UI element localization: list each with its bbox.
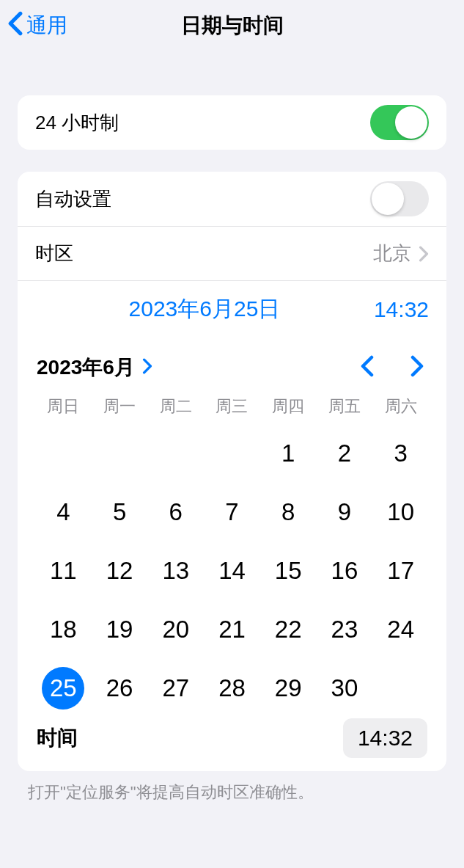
timezone-value: 北京	[373, 241, 411, 266]
calendar-day-1[interactable]: 1	[260, 431, 317, 476]
calendar-day-13[interactable]: 13	[147, 548, 204, 594]
time-picker-value[interactable]: 14:32	[343, 718, 427, 758]
calendar-day-6[interactable]: 6	[147, 489, 204, 535]
calendar-day-24[interactable]: 24	[372, 607, 429, 652]
calendar-day-26[interactable]: 26	[92, 665, 148, 711]
calendar-day-22[interactable]: 22	[260, 607, 317, 652]
calendar-day-27[interactable]: 27	[147, 665, 204, 711]
calendar-day-29[interactable]: 29	[260, 665, 317, 711]
calendar-cell-empty	[147, 431, 204, 476]
chevron-right-icon	[410, 355, 424, 379]
calendar-day-25[interactable]: 25	[35, 665, 92, 711]
calendar-day-10[interactable]: 10	[372, 489, 429, 535]
calendar-day-11[interactable]: 11	[35, 548, 92, 594]
chevron-left-icon	[360, 355, 375, 379]
calendar-day-18[interactable]: 18	[35, 607, 92, 652]
calendar-cell-empty	[204, 431, 260, 476]
weekday-header: 周一	[92, 395, 148, 417]
calendar-day-8[interactable]: 8	[260, 489, 317, 535]
calendar-day-2[interactable]: 2	[317, 431, 373, 476]
calendar-cell-empty	[35, 431, 92, 476]
time-picker-label: 时间	[37, 724, 343, 752]
chevron-right-icon	[135, 356, 152, 379]
weekday-header: 周四	[260, 395, 317, 417]
calendar-day-14[interactable]: 14	[204, 548, 260, 594]
weekday-header: 周日	[35, 395, 92, 417]
autoset-label: 自动设置	[35, 186, 370, 212]
autoset-toggle[interactable]	[370, 181, 429, 216]
timezone-row[interactable]: 时区 北京	[18, 226, 446, 280]
calendar-day-30[interactable]: 30	[317, 665, 373, 711]
calendar-day-23[interactable]: 23	[317, 607, 373, 652]
calendar-day-21[interactable]: 21	[204, 607, 260, 652]
calendar-day-17[interactable]: 17	[372, 548, 429, 594]
next-month-button[interactable]	[407, 352, 427, 382]
month-picker[interactable]: 2023年6月	[37, 354, 152, 382]
calendar-day-28[interactable]: 28	[204, 665, 260, 711]
calendar-day-15[interactable]: 15	[260, 548, 317, 594]
weekday-header: 周五	[317, 395, 373, 417]
back-label: 通用	[26, 12, 67, 40]
calendar-day-3[interactable]: 3	[372, 431, 429, 476]
calendar-day-4[interactable]: 4	[35, 489, 92, 535]
calendar-day-7[interactable]: 7	[204, 489, 260, 535]
chevron-left-icon	[7, 11, 26, 41]
timezone-label: 时区	[35, 241, 373, 266]
weekday-header: 周二	[147, 395, 204, 417]
calendar-day-12[interactable]: 12	[92, 548, 148, 594]
calendar-cell-empty	[92, 431, 148, 476]
calendar-day-5[interactable]: 5	[92, 489, 148, 535]
month-label: 2023年6月	[37, 354, 135, 382]
weekday-header: 周三	[204, 395, 260, 417]
chevron-right-icon	[419, 246, 429, 262]
page-title: 日期与时间	[181, 12, 284, 40]
back-button[interactable]: 通用	[0, 11, 67, 41]
calendar-day-9[interactable]: 9	[317, 489, 373, 535]
calendar-day-16[interactable]: 16	[317, 548, 373, 594]
hour24-toggle[interactable]	[370, 105, 429, 140]
prev-month-button[interactable]	[357, 352, 378, 382]
footer-note: 打开"定位服务"将提高自动时区准确性。	[28, 781, 436, 803]
hour24-label: 24 小时制	[35, 110, 370, 136]
selected-date-display[interactable]: 2023年6月25日	[35, 294, 374, 324]
calendar-day-20[interactable]: 20	[147, 607, 204, 652]
selected-time-display[interactable]: 14:32	[374, 297, 429, 322]
calendar-day-19[interactable]: 19	[92, 607, 148, 652]
weekday-header: 周六	[372, 395, 429, 417]
